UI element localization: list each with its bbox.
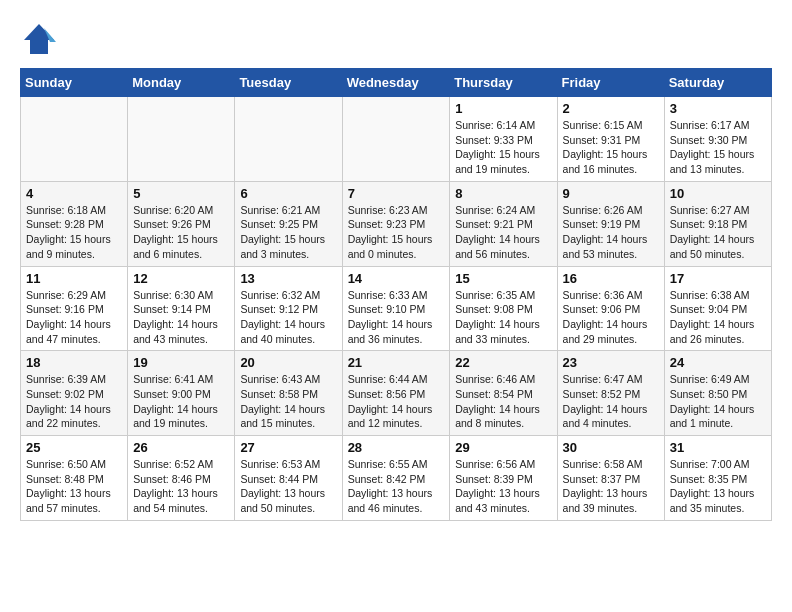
day-info: Sunrise: 6:38 AM Sunset: 9:04 PM Dayligh…	[670, 288, 766, 347]
day-number: 13	[240, 271, 336, 286]
calendar-cell: 12Sunrise: 6:30 AM Sunset: 9:14 PM Dayli…	[128, 266, 235, 351]
calendar-cell: 20Sunrise: 6:43 AM Sunset: 8:58 PM Dayli…	[235, 351, 342, 436]
day-number: 10	[670, 186, 766, 201]
day-number: 1	[455, 101, 551, 116]
day-info: Sunrise: 6:39 AM Sunset: 9:02 PM Dayligh…	[26, 372, 122, 431]
day-info: Sunrise: 6:36 AM Sunset: 9:06 PM Dayligh…	[563, 288, 659, 347]
day-number: 6	[240, 186, 336, 201]
day-number: 12	[133, 271, 229, 286]
day-number: 22	[455, 355, 551, 370]
calendar-cell: 7Sunrise: 6:23 AM Sunset: 9:23 PM Daylig…	[342, 181, 450, 266]
calendar-cell: 13Sunrise: 6:32 AM Sunset: 9:12 PM Dayli…	[235, 266, 342, 351]
calendar-cell: 18Sunrise: 6:39 AM Sunset: 9:02 PM Dayli…	[21, 351, 128, 436]
day-number: 24	[670, 355, 766, 370]
day-number: 28	[348, 440, 445, 455]
day-number: 17	[670, 271, 766, 286]
calendar-week-row: 4Sunrise: 6:18 AM Sunset: 9:28 PM Daylig…	[21, 181, 772, 266]
calendar-cell	[21, 97, 128, 182]
day-info: Sunrise: 6:47 AM Sunset: 8:52 PM Dayligh…	[563, 372, 659, 431]
calendar-cell: 9Sunrise: 6:26 AM Sunset: 9:19 PM Daylig…	[557, 181, 664, 266]
day-info: Sunrise: 6:23 AM Sunset: 9:23 PM Dayligh…	[348, 203, 445, 262]
day-number: 20	[240, 355, 336, 370]
day-info: Sunrise: 6:29 AM Sunset: 9:16 PM Dayligh…	[26, 288, 122, 347]
day-info: Sunrise: 6:43 AM Sunset: 8:58 PM Dayligh…	[240, 372, 336, 431]
calendar-week-row: 1Sunrise: 6:14 AM Sunset: 9:33 PM Daylig…	[21, 97, 772, 182]
calendar-week-row: 11Sunrise: 6:29 AM Sunset: 9:16 PM Dayli…	[21, 266, 772, 351]
calendar-cell	[235, 97, 342, 182]
calendar-cell: 24Sunrise: 6:49 AM Sunset: 8:50 PM Dayli…	[664, 351, 771, 436]
calendar-cell: 5Sunrise: 6:20 AM Sunset: 9:26 PM Daylig…	[128, 181, 235, 266]
calendar-week-row: 25Sunrise: 6:50 AM Sunset: 8:48 PM Dayli…	[21, 436, 772, 521]
calendar-cell: 10Sunrise: 6:27 AM Sunset: 9:18 PM Dayli…	[664, 181, 771, 266]
day-number: 11	[26, 271, 122, 286]
day-info: Sunrise: 6:55 AM Sunset: 8:42 PM Dayligh…	[348, 457, 445, 516]
weekday-header-row: SundayMondayTuesdayWednesdayThursdayFrid…	[21, 69, 772, 97]
weekday-header-saturday: Saturday	[664, 69, 771, 97]
calendar-cell: 19Sunrise: 6:41 AM Sunset: 9:00 PM Dayli…	[128, 351, 235, 436]
day-info: Sunrise: 6:27 AM Sunset: 9:18 PM Dayligh…	[670, 203, 766, 262]
weekday-header-sunday: Sunday	[21, 69, 128, 97]
day-info: Sunrise: 6:32 AM Sunset: 9:12 PM Dayligh…	[240, 288, 336, 347]
day-info: Sunrise: 6:26 AM Sunset: 9:19 PM Dayligh…	[563, 203, 659, 262]
calendar-cell: 6Sunrise: 6:21 AM Sunset: 9:25 PM Daylig…	[235, 181, 342, 266]
weekday-header-monday: Monday	[128, 69, 235, 97]
calendar-cell: 27Sunrise: 6:53 AM Sunset: 8:44 PM Dayli…	[235, 436, 342, 521]
calendar-cell: 8Sunrise: 6:24 AM Sunset: 9:21 PM Daylig…	[450, 181, 557, 266]
day-info: Sunrise: 6:49 AM Sunset: 8:50 PM Dayligh…	[670, 372, 766, 431]
day-info: Sunrise: 6:21 AM Sunset: 9:25 PM Dayligh…	[240, 203, 336, 262]
calendar-cell: 16Sunrise: 6:36 AM Sunset: 9:06 PM Dayli…	[557, 266, 664, 351]
day-info: Sunrise: 6:46 AM Sunset: 8:54 PM Dayligh…	[455, 372, 551, 431]
day-number: 7	[348, 186, 445, 201]
day-info: Sunrise: 6:44 AM Sunset: 8:56 PM Dayligh…	[348, 372, 445, 431]
day-number: 5	[133, 186, 229, 201]
calendar-cell: 31Sunrise: 7:00 AM Sunset: 8:35 PM Dayli…	[664, 436, 771, 521]
day-info: Sunrise: 6:35 AM Sunset: 9:08 PM Dayligh…	[455, 288, 551, 347]
calendar-cell: 3Sunrise: 6:17 AM Sunset: 9:30 PM Daylig…	[664, 97, 771, 182]
calendar-cell: 4Sunrise: 6:18 AM Sunset: 9:28 PM Daylig…	[21, 181, 128, 266]
day-number: 21	[348, 355, 445, 370]
day-number: 15	[455, 271, 551, 286]
day-info: Sunrise: 6:30 AM Sunset: 9:14 PM Dayligh…	[133, 288, 229, 347]
calendar-cell: 30Sunrise: 6:58 AM Sunset: 8:37 PM Dayli…	[557, 436, 664, 521]
day-info: Sunrise: 6:41 AM Sunset: 9:00 PM Dayligh…	[133, 372, 229, 431]
weekday-header-thursday: Thursday	[450, 69, 557, 97]
day-number: 19	[133, 355, 229, 370]
calendar-cell: 29Sunrise: 6:56 AM Sunset: 8:39 PM Dayli…	[450, 436, 557, 521]
logo	[20, 20, 65, 58]
day-info: Sunrise: 6:24 AM Sunset: 9:21 PM Dayligh…	[455, 203, 551, 262]
weekday-header-tuesday: Tuesday	[235, 69, 342, 97]
day-info: Sunrise: 6:18 AM Sunset: 9:28 PM Dayligh…	[26, 203, 122, 262]
day-number: 25	[26, 440, 122, 455]
calendar-cell: 22Sunrise: 6:46 AM Sunset: 8:54 PM Dayli…	[450, 351, 557, 436]
weekday-header-friday: Friday	[557, 69, 664, 97]
day-number: 14	[348, 271, 445, 286]
day-info: Sunrise: 6:50 AM Sunset: 8:48 PM Dayligh…	[26, 457, 122, 516]
calendar-cell: 23Sunrise: 6:47 AM Sunset: 8:52 PM Dayli…	[557, 351, 664, 436]
calendar-cell: 2Sunrise: 6:15 AM Sunset: 9:31 PM Daylig…	[557, 97, 664, 182]
day-number: 3	[670, 101, 766, 116]
day-info: Sunrise: 6:33 AM Sunset: 9:10 PM Dayligh…	[348, 288, 445, 347]
day-number: 8	[455, 186, 551, 201]
calendar-cell	[128, 97, 235, 182]
day-number: 18	[26, 355, 122, 370]
day-number: 16	[563, 271, 659, 286]
day-info: Sunrise: 6:53 AM Sunset: 8:44 PM Dayligh…	[240, 457, 336, 516]
calendar-table: SundayMondayTuesdayWednesdayThursdayFrid…	[20, 68, 772, 521]
calendar-cell: 17Sunrise: 6:38 AM Sunset: 9:04 PM Dayli…	[664, 266, 771, 351]
calendar-cell	[342, 97, 450, 182]
day-number: 27	[240, 440, 336, 455]
calendar-cell: 28Sunrise: 6:55 AM Sunset: 8:42 PM Dayli…	[342, 436, 450, 521]
weekday-header-wednesday: Wednesday	[342, 69, 450, 97]
calendar-cell: 25Sunrise: 6:50 AM Sunset: 8:48 PM Dayli…	[21, 436, 128, 521]
day-number: 30	[563, 440, 659, 455]
logo-icon	[20, 20, 58, 58]
calendar-week-row: 18Sunrise: 6:39 AM Sunset: 9:02 PM Dayli…	[21, 351, 772, 436]
day-info: Sunrise: 6:20 AM Sunset: 9:26 PM Dayligh…	[133, 203, 229, 262]
day-number: 29	[455, 440, 551, 455]
day-number: 31	[670, 440, 766, 455]
calendar-cell: 1Sunrise: 6:14 AM Sunset: 9:33 PM Daylig…	[450, 97, 557, 182]
calendar-cell: 26Sunrise: 6:52 AM Sunset: 8:46 PM Dayli…	[128, 436, 235, 521]
day-info: Sunrise: 6:52 AM Sunset: 8:46 PM Dayligh…	[133, 457, 229, 516]
calendar-cell: 14Sunrise: 6:33 AM Sunset: 9:10 PM Dayli…	[342, 266, 450, 351]
day-info: Sunrise: 6:14 AM Sunset: 9:33 PM Dayligh…	[455, 118, 551, 177]
